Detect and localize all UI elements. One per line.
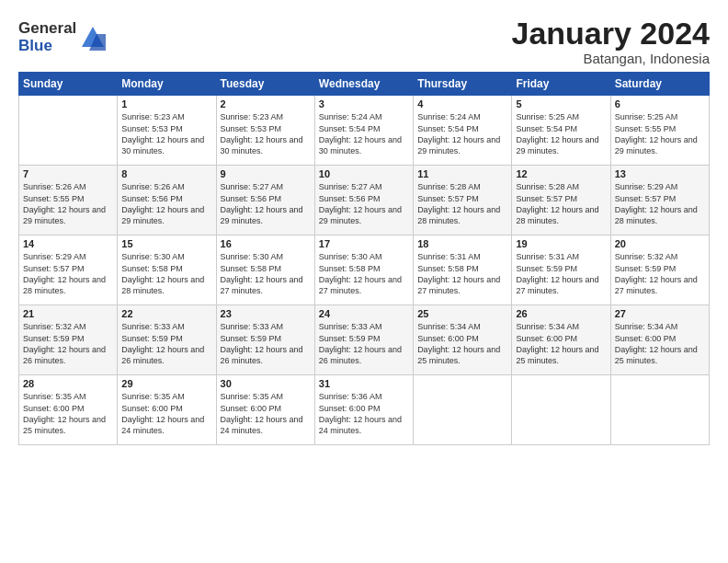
calendar-cell (19, 96, 118, 166)
cell-info: Sunrise: 5:30 AMSunset: 5:58 PMDaylight:… (221, 251, 311, 296)
daylight-label: Daylight: 12 hours and 27 minutes. (319, 275, 402, 295)
day-number: 28 (23, 378, 113, 389)
day-header-friday: Friday (512, 73, 610, 96)
cell-info: Sunrise: 5:36 AMSunset: 6:00 PMDaylight:… (319, 391, 409, 436)
sunset-label: Sunset: 5:57 PM (417, 194, 479, 203)
cell-info: Sunrise: 5:23 AMSunset: 5:53 PMDaylight:… (221, 111, 311, 156)
cell-info: Sunrise: 5:29 AMSunset: 5:57 PMDaylight:… (23, 251, 113, 296)
page: General Blue January 2024 Batangan, Indo… (0, 0, 728, 563)
sunrise-label: Sunrise: 5:25 AM (615, 112, 678, 121)
sunset-label: Sunset: 5:53 PM (121, 124, 183, 133)
daylight-label: Daylight: 12 hours and 26 minutes. (121, 345, 204, 365)
calendar-cell: 25Sunrise: 5:34 AMSunset: 6:00 PMDayligh… (414, 305, 512, 375)
daylight-label: Daylight: 12 hours and 28 minutes. (23, 275, 106, 295)
sunrise-label: Sunrise: 5:26 AM (23, 182, 86, 191)
sunrise-label: Sunrise: 5:31 AM (516, 252, 579, 261)
daylight-label: Daylight: 12 hours and 30 minutes. (319, 135, 402, 155)
sunrise-label: Sunrise: 5:34 AM (615, 322, 678, 331)
calendar-cell: 16Sunrise: 5:30 AMSunset: 5:58 PMDayligh… (216, 236, 314, 305)
sunset-label: Sunset: 5:58 PM (417, 264, 479, 273)
sunset-label: Sunset: 6:00 PM (121, 404, 183, 413)
calendar-cell: 5Sunrise: 5:25 AMSunset: 5:54 PMDaylight… (512, 96, 610, 166)
sunrise-label: Sunrise: 5:23 AM (121, 112, 185, 121)
sunrise-label: Sunrise: 5:24 AM (417, 112, 481, 121)
week-row-4: 21Sunrise: 5:32 AMSunset: 5:59 PMDayligh… (19, 305, 710, 375)
sunrise-label: Sunrise: 5:30 AM (319, 252, 382, 261)
sunrise-label: Sunrise: 5:30 AM (121, 252, 185, 261)
cell-info: Sunrise: 5:24 AMSunset: 5:54 PMDaylight:… (417, 111, 507, 156)
calendar-cell: 20Sunrise: 5:32 AMSunset: 5:59 PMDayligh… (610, 236, 709, 305)
sunset-label: Sunset: 6:00 PM (23, 404, 85, 413)
sunset-label: Sunset: 5:58 PM (319, 264, 381, 273)
calendar-cell: 3Sunrise: 5:24 AMSunset: 5:54 PMDaylight… (314, 96, 413, 166)
sunset-label: Sunset: 6:00 PM (516, 334, 577, 343)
sunset-label: Sunset: 5:59 PM (516, 264, 577, 273)
day-number: 3 (319, 98, 409, 109)
sunset-label: Sunset: 6:00 PM (221, 404, 282, 413)
daylight-label: Daylight: 12 hours and 24 minutes. (221, 415, 303, 435)
sunrise-label: Sunrise: 5:35 AM (23, 392, 86, 401)
sunrise-label: Sunrise: 5:27 AM (319, 182, 382, 191)
sunset-label: Sunset: 5:54 PM (319, 124, 381, 133)
calendar-cell: 17Sunrise: 5:30 AMSunset: 5:58 PMDayligh… (314, 236, 413, 305)
day-number: 30 (221, 378, 311, 389)
sunrise-label: Sunrise: 5:33 AM (319, 322, 382, 331)
calendar-cell: 10Sunrise: 5:27 AMSunset: 5:56 PMDayligh… (314, 166, 413, 236)
daylight-label: Daylight: 12 hours and 29 minutes. (319, 205, 402, 225)
cell-info: Sunrise: 5:31 AMSunset: 5:59 PMDaylight:… (516, 251, 606, 296)
week-row-1: 1Sunrise: 5:23 AMSunset: 5:53 PMDaylight… (19, 96, 710, 166)
sunset-label: Sunset: 5:57 PM (615, 194, 677, 203)
day-number: 11 (417, 168, 507, 179)
sunrise-label: Sunrise: 5:35 AM (121, 392, 185, 401)
day-number: 26 (516, 308, 606, 319)
sunrise-label: Sunrise: 5:24 AM (319, 112, 382, 121)
cell-info: Sunrise: 5:31 AMSunset: 5:58 PMDaylight:… (417, 251, 507, 296)
sunset-label: Sunset: 5:53 PM (221, 124, 282, 133)
day-header-saturday: Saturday (610, 73, 709, 96)
sunrise-label: Sunrise: 5:34 AM (417, 322, 481, 331)
cell-info: Sunrise: 5:27 AMSunset: 5:56 PMDaylight:… (319, 181, 409, 226)
daylight-label: Daylight: 12 hours and 25 minutes. (417, 345, 500, 365)
calendar-cell: 24Sunrise: 5:33 AMSunset: 5:59 PMDayligh… (314, 305, 413, 375)
logo-general: General (18, 20, 76, 38)
cell-info: Sunrise: 5:25 AMSunset: 5:55 PMDaylight:… (615, 111, 705, 156)
calendar-cell (512, 375, 610, 445)
day-number: 5 (516, 98, 606, 109)
sunset-label: Sunset: 5:58 PM (121, 264, 183, 273)
calendar-cell: 18Sunrise: 5:31 AMSunset: 5:58 PMDayligh… (414, 236, 512, 305)
cell-info: Sunrise: 5:23 AMSunset: 5:53 PMDaylight:… (121, 111, 211, 156)
calendar-cell: 31Sunrise: 5:36 AMSunset: 6:00 PMDayligh… (314, 375, 413, 445)
sunset-label: Sunset: 5:58 PM (221, 264, 282, 273)
day-number: 18 (417, 238, 507, 249)
sunrise-label: Sunrise: 5:32 AM (23, 322, 86, 331)
sunrise-label: Sunrise: 5:23 AM (221, 112, 284, 121)
logo-text: General Blue (18, 20, 76, 54)
week-row-2: 7Sunrise: 5:26 AMSunset: 5:55 PMDaylight… (19, 166, 710, 236)
calendar-cell: 23Sunrise: 5:33 AMSunset: 5:59 PMDayligh… (216, 305, 314, 375)
sunset-label: Sunset: 5:59 PM (221, 334, 282, 343)
month-year-title: January 2024 (512, 17, 711, 51)
day-number: 17 (319, 238, 409, 249)
calendar-cell: 27Sunrise: 5:34 AMSunset: 6:00 PMDayligh… (610, 305, 709, 375)
calendar-cell: 4Sunrise: 5:24 AMSunset: 5:54 PMDaylight… (414, 96, 512, 166)
daylight-label: Daylight: 12 hours and 26 minutes. (221, 345, 303, 365)
day-number: 23 (221, 308, 311, 319)
cell-info: Sunrise: 5:34 AMSunset: 6:00 PMDaylight:… (615, 321, 705, 366)
calendar-cell: 26Sunrise: 5:34 AMSunset: 6:00 PMDayligh… (512, 305, 610, 375)
calendar-cell: 14Sunrise: 5:29 AMSunset: 5:57 PMDayligh… (19, 236, 118, 305)
week-row-5: 28Sunrise: 5:35 AMSunset: 6:00 PMDayligh… (19, 375, 710, 445)
day-number: 15 (121, 238, 211, 249)
cell-info: Sunrise: 5:35 AMSunset: 6:00 PMDaylight:… (121, 391, 211, 436)
daylight-label: Daylight: 12 hours and 27 minutes. (221, 275, 303, 295)
daylight-label: Daylight: 12 hours and 27 minutes. (615, 275, 698, 295)
day-header-thursday: Thursday (414, 73, 512, 96)
daylight-label: Daylight: 12 hours and 26 minutes. (23, 345, 106, 365)
calendar-cell: 12Sunrise: 5:28 AMSunset: 5:57 PMDayligh… (512, 166, 610, 236)
day-header-sunday: Sunday (19, 73, 118, 96)
calendar-cell: 15Sunrise: 5:30 AMSunset: 5:58 PMDayligh… (118, 236, 216, 305)
sunrise-label: Sunrise: 5:31 AM (417, 252, 481, 261)
cell-info: Sunrise: 5:35 AMSunset: 6:00 PMDaylight:… (23, 391, 113, 436)
daylight-label: Daylight: 12 hours and 29 minutes. (417, 135, 500, 155)
cell-info: Sunrise: 5:33 AMSunset: 5:59 PMDaylight:… (121, 321, 211, 366)
logo: General Blue (18, 20, 106, 54)
